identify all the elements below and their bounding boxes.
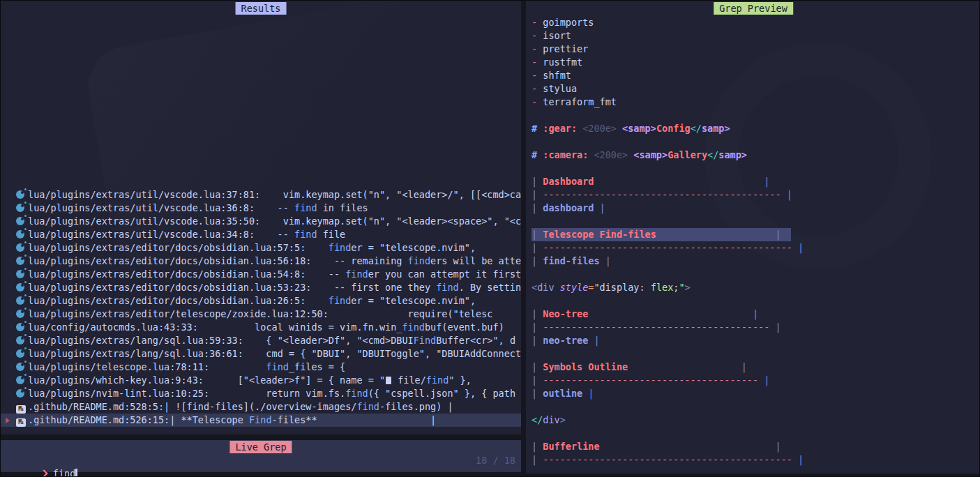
preview-line: | Dashboard | [532,175,980,188]
result-path: lua/plugins/extras/editor/docs/obsidian.… [28,295,306,306]
result-path: lua/plugins/extras/editor/telescope/zoxi… [28,308,329,319]
preview-line: - stylua [532,82,980,96]
prompt-panel-title: Live Grep [229,441,292,453]
preview-panel-title: Grep Preview [714,2,793,15]
preview-line [532,347,980,361]
result-path: lua/plugins/extras/util/vscode.lua:34:8: [28,229,255,240]
result-row[interactable]: lua/plugins/extras/lang/sql.lua:59:33: {… [1,334,521,347]
result-row[interactable]: lua/plugins/extras/util/vscode.lua:34:8:… [1,228,521,241]
result-path: lua/plugins/extras/editor/docs/obsidian.… [28,255,311,266]
result-path: lua/config/autocmds.lua:43:33: [28,321,198,333]
preview-line: | --------------------------------------… [532,374,980,387]
results-list: lua/plugins/extras/util/vscode.lua:37:81… [1,188,521,427]
prompt-line: find 18 / 18 [1,454,521,467]
lua-file-icon [16,257,24,265]
result-path: lua/plugins/extras/lang/sql.lua:36:61: [28,348,243,359]
preview-line [532,268,980,281]
lua-file-icon [16,243,24,252]
file-icon [386,377,391,384]
lua-file-icon [16,376,24,384]
preview-line: - rustfmt [532,56,980,69]
result-path: lua/plugins/extras/util/vscode.lua:35:50… [28,215,260,227]
preview-line: <div style="display: flex;"> [532,281,980,294]
preview-line: | --------------------------------------… [532,453,980,467]
preview-line: # :camera: <200e> <samp>Gallery</samp> [532,149,980,162]
result-row[interactable]: lua/plugins/extras/editor/docs/obsidian.… [1,268,521,281]
result-row[interactable]: lua/plugins/extras/editor/docs/obsidian.… [1,241,521,255]
selection-caret-icon [6,418,10,423]
preview-line [532,109,980,122]
result-path: lua/plugins/extras/util/vscode.lua:37:81… [28,189,260,200]
result-row[interactable]: lua/plugins/which-key.lua:9:43: ["<leade… [1,374,521,387]
result-row[interactable]: lua/plugins/extras/util/vscode.lua:35:50… [1,215,521,228]
result-path: lua/plugins/extras/lang/sql.lua:59:33: [28,335,243,346]
prompt-panel: Live Grep find 18 / 18 [1,440,521,472]
lua-file-icon [16,363,24,371]
result-path: lua/plugins/extras/editor/docs/obsidian.… [28,268,306,280]
preview-line: - shfmt [532,69,980,82]
result-path: lua/plugins/nvim-lint.lua:10:25: [28,388,209,399]
preview-line: | outline | [532,387,980,400]
text-cursor [75,469,77,477]
preview-line [532,135,980,149]
preview-line: </div> [532,414,980,427]
result-path: .github/README.md:526:15: [28,414,169,425]
lua-file-icon [16,349,24,358]
results-panel: Results lua/plugins/extras/util/vscode.l… [1,1,521,434]
result-path: lua/plugins/telescope.lua:78:11: [28,361,209,372]
preview-line: | Neo-tree | [532,308,980,321]
lua-file-icon [16,230,24,238]
preview-line: - isort [532,29,980,43]
results-panel-title: Results [236,2,287,15]
preview-line [532,400,980,414]
lua-file-icon [16,389,24,397]
lua-file-icon [16,336,24,344]
result-row[interactable]: lua/plugins/extras/lang/sql.lua:36:61: c… [1,347,521,361]
prompt-caret-icon [40,469,49,477]
lua-file-icon [16,310,24,318]
result-path: lua/plugins/extras/util/vscode.lua:36:8: [28,202,255,213]
result-path: lua/plugins/which-key.lua:9:43: [28,374,204,386]
preview-line: | --------------------------------------… [532,188,980,202]
lua-file-icon [16,283,24,292]
search-input[interactable]: find [53,468,76,477]
result-path: lua/plugins/extras/editor/docs/obsidian.… [28,282,311,293]
preview-line: | Symbols Outline | [532,361,980,374]
result-row[interactable]: lua/plugins/extras/editor/docs/obsidian.… [1,294,521,308]
lua-file-icon [16,270,24,278]
result-row[interactable]: lua/plugins/extras/editor/docs/obsidian.… [1,281,521,294]
lua-file-icon [16,323,24,331]
result-row[interactable]: lua/plugins/extras/editor/docs/obsidian.… [1,255,521,268]
preview-line [532,215,980,228]
result-row[interactable]: lua/plugins/telescope.lua:78:11: find_fi… [1,361,521,374]
preview-line [532,427,980,440]
result-row[interactable]: lua/plugins/extras/util/vscode.lua:36:8:… [1,202,521,215]
preview-content: - goimports- isort- prettier- rustfmt- s… [526,16,980,467]
preview-line: - goimports [532,16,980,29]
lua-file-icon [16,204,24,212]
preview-panel: Grep Preview - goimports- isort- prettie… [526,1,980,474]
result-row[interactable]: M↓.github/README.md:528:5:| ![find-files… [1,400,521,414]
result-path: lua/plugins/extras/editor/docs/obsidian.… [28,242,306,253]
preview-line [532,294,980,308]
preview-line: | --------------------------------------… [532,241,980,255]
result-row[interactable]: lua/config/autocmds.lua:43:33: local win… [1,321,521,334]
result-row[interactable]: lua/plugins/extras/editor/telescope/zoxi… [1,308,521,321]
result-row[interactable]: M↓.github/README.md:526:15:| **Telescope… [1,414,521,427]
preview-line: | dashboard | [532,202,980,215]
preview-line: | neo-tree | [532,334,980,347]
lua-file-icon [16,190,24,199]
result-row[interactable]: lua/plugins/nvim-lint.lua:10:25: return … [1,387,521,400]
preview-line [532,162,980,175]
result-path: .github/README.md:528:5: [28,401,164,412]
lua-file-icon [16,296,24,305]
markdown-file-icon: M↓ [16,405,26,414]
preview-line-highlighted: | Telescope Find-files | [532,228,791,241]
lua-file-icon [16,217,24,225]
preview-line: | Bufferline | [532,440,980,453]
preview-line: # :gear: <200e> <samp>Config</samp> [532,122,980,135]
result-row[interactable]: lua/plugins/extras/util/vscode.lua:37:81… [1,188,521,202]
preview-line: - terraform_fmt [532,96,980,109]
preview-line: - prettier [532,43,980,56]
telescope-live-grep-screen: Results lua/plugins/extras/util/vscode.l… [0,0,980,477]
